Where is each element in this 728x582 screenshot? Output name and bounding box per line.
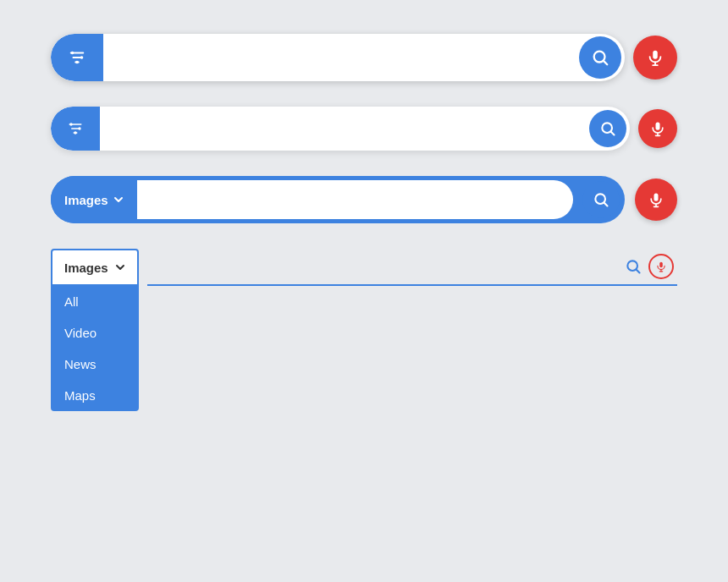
svg-point-14 xyxy=(69,123,72,125)
filter-icon-1 xyxy=(68,48,86,67)
dropdown-item-news[interactable]: News xyxy=(51,349,139,380)
search-input-2[interactable]: download ui search bar xyxy=(100,107,589,151)
mic-button-1[interactable] xyxy=(633,36,677,80)
searchbar-4-left: Images All Video News Maps xyxy=(51,249,139,411)
svg-line-28 xyxy=(637,270,640,273)
dropdown-item-video[interactable]: Video xyxy=(51,317,139,349)
search-input-4[interactable]: download ui search bar xyxy=(147,249,618,284)
mic-button-2[interactable] xyxy=(638,109,677,148)
search-icon-3 xyxy=(593,191,609,208)
svg-point-15 xyxy=(78,127,80,129)
mic-button-4[interactable] xyxy=(648,254,674,279)
search-button-3[interactable] xyxy=(582,181,620,218)
search-icon-1 xyxy=(591,48,609,67)
search-button-1[interactable] xyxy=(579,36,621,79)
svg-line-18 xyxy=(611,132,615,135)
searchbar-1: download ui search bar xyxy=(51,34,625,81)
category-label-3: Images xyxy=(64,193,108,207)
search-input-1[interactable]: download ui search bar xyxy=(103,34,579,81)
mic-icon-2 xyxy=(649,120,666,137)
mic-icon-1 xyxy=(646,48,665,67)
searchbar-2: download ui search bar xyxy=(51,107,630,151)
svg-line-23 xyxy=(604,203,608,206)
search-icon-4 xyxy=(625,258,642,275)
search-icon-2 xyxy=(599,120,616,137)
searchbar-1-row: download ui search bar xyxy=(51,34,677,81)
svg-point-5 xyxy=(75,61,79,64)
searchbar-4-row: Images All Video News Maps download ui s… xyxy=(51,249,677,411)
filter-button-2[interactable] xyxy=(51,107,100,151)
search-button-4[interactable] xyxy=(618,258,648,275)
svg-rect-8 xyxy=(653,51,658,59)
svg-rect-29 xyxy=(659,262,663,267)
chevron-down-icon-3 xyxy=(113,195,124,205)
mic-button-3[interactable] xyxy=(635,178,677,221)
searchbar-4-right: download ui search bar xyxy=(147,249,677,286)
filter-icon-2 xyxy=(67,120,84,137)
searchbar-3-row: Images download ui search bar xyxy=(51,176,677,223)
search-button-2[interactable] xyxy=(589,110,626,147)
filter-button-1[interactable] xyxy=(51,34,103,81)
svg-rect-24 xyxy=(654,194,659,201)
svg-point-4 xyxy=(80,56,84,59)
searchbar-3: Images download ui search bar xyxy=(51,176,625,223)
search-input-3[interactable]: download ui search bar xyxy=(137,180,573,219)
category-button-4[interactable]: Images xyxy=(51,249,139,286)
chevron-down-icon-4 xyxy=(115,262,125,272)
svg-rect-19 xyxy=(656,123,660,130)
mic-icon-4 xyxy=(655,261,667,272)
svg-line-7 xyxy=(604,61,607,64)
mic-icon-3 xyxy=(648,191,665,208)
category-button-3[interactable]: Images xyxy=(51,176,137,223)
dropdown-item-maps[interactable]: Maps xyxy=(51,380,139,411)
svg-point-16 xyxy=(74,131,76,134)
dropdown-menu-4: All Video News Maps xyxy=(51,286,139,411)
svg-point-3 xyxy=(71,52,74,55)
searchbar-2-row: download ui search bar xyxy=(51,107,677,151)
dropdown-item-all[interactable]: All xyxy=(51,286,139,317)
category-label-4: Images xyxy=(64,261,108,275)
